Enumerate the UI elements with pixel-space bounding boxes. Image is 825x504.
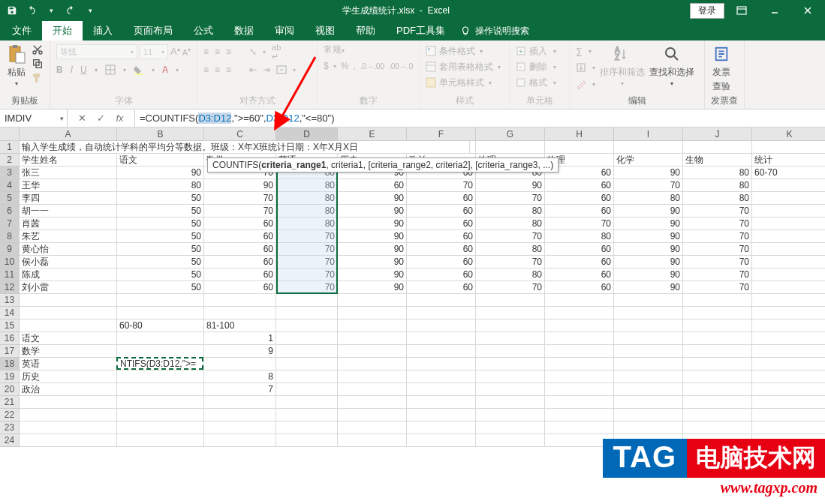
cell[interactable] xyxy=(276,320,338,332)
cell[interactable] xyxy=(614,345,683,358)
cell[interactable] xyxy=(545,358,614,370)
row-header-15[interactable]: 15 xyxy=(0,320,20,332)
cell[interactable] xyxy=(752,141,825,154)
cell[interactable]: 8 xyxy=(204,370,276,383)
cell[interactable] xyxy=(683,383,752,396)
cell[interactable] xyxy=(204,396,276,409)
cell[interactable] xyxy=(683,320,752,332)
cell[interactable]: 60 xyxy=(204,218,276,230)
tab-layout[interactable]: 页面布局 xyxy=(123,21,183,40)
cell[interactable]: 90 xyxy=(614,281,683,294)
cell[interactable] xyxy=(204,409,276,422)
row-header-14[interactable]: 14 xyxy=(0,307,20,320)
cell[interactable]: 70 xyxy=(276,230,338,243)
increase-decimal-icon[interactable]: .0→.00 xyxy=(360,62,384,70)
row-header-22[interactable]: 22 xyxy=(0,409,20,422)
cell[interactable] xyxy=(407,383,476,396)
cell[interactable] xyxy=(407,345,476,358)
cell[interactable] xyxy=(545,332,614,345)
cell[interactable]: 输入学生成绩，自动统计学科的平均分等数据。班级：X年X班统计日期：X年X月X日 xyxy=(20,141,470,154)
cell[interactable]: 50 xyxy=(117,243,204,256)
cell[interactable]: 90 xyxy=(338,205,407,218)
col-header-K[interactable]: K xyxy=(752,128,825,141)
cell[interactable]: 50 xyxy=(117,230,204,243)
cell[interactable] xyxy=(683,307,752,320)
cell[interactable] xyxy=(276,422,338,434)
cell[interactable] xyxy=(545,345,614,358)
cell[interactable]: 81-100 xyxy=(204,320,276,332)
cell[interactable]: 50 xyxy=(117,218,204,230)
merge-icon[interactable] xyxy=(276,65,287,74)
format-table-button[interactable]: 套用表格格式▾ xyxy=(426,59,501,74)
cell[interactable] xyxy=(476,370,545,383)
row-header-5[interactable]: 5 xyxy=(0,192,20,205)
cell[interactable]: 50 xyxy=(117,268,204,281)
cell[interactable]: 70 xyxy=(476,230,545,243)
cell[interactable]: 90 xyxy=(338,218,407,230)
cell[interactable] xyxy=(614,358,683,370)
cell[interactable] xyxy=(276,358,338,370)
cell[interactable]: 刘小雷 xyxy=(20,281,117,294)
row-header-17[interactable]: 17 xyxy=(0,345,20,358)
cell[interactable] xyxy=(276,294,338,307)
align-right-icon[interactable]: ≡ xyxy=(226,64,231,75)
cell[interactable] xyxy=(683,332,752,345)
cell[interactable]: 90 xyxy=(338,268,407,281)
invoice-button[interactable]: 发票 查验 xyxy=(711,44,732,93)
cell[interactable]: 60 xyxy=(545,205,614,218)
ribbon-display-icon[interactable] xyxy=(726,0,757,21)
cell[interactable] xyxy=(752,256,825,268)
close-icon[interactable] xyxy=(792,0,823,21)
cell[interactable]: 90 xyxy=(614,205,683,218)
cell[interactable]: 90 xyxy=(614,256,683,268)
fx-icon[interactable]: fx xyxy=(116,112,123,124)
cell[interactable]: 70 xyxy=(476,192,545,205)
cell[interactable]: 70 xyxy=(683,218,752,230)
cell[interactable] xyxy=(683,358,752,370)
cell[interactable] xyxy=(476,141,545,154)
cell[interactable]: 60 xyxy=(204,268,276,281)
minimize-icon[interactable] xyxy=(759,0,790,21)
cell[interactable] xyxy=(614,141,683,154)
fill-icon[interactable]: ▾ xyxy=(576,60,595,75)
cell[interactable] xyxy=(407,422,476,434)
cell[interactable]: 统计 xyxy=(752,154,825,166)
cell[interactable]: 80 xyxy=(476,243,545,256)
cell[interactable]: 90 xyxy=(338,192,407,205)
find-select-button[interactable]: 查找和选择▾ xyxy=(649,44,694,87)
col-header-E[interactable]: E xyxy=(338,128,407,141)
cell[interactable]: 生物 xyxy=(683,154,752,166)
cell[interactable]: 陈成 xyxy=(20,268,117,281)
row-header-20[interactable]: 20 xyxy=(0,383,20,396)
cell[interactable] xyxy=(407,396,476,409)
cell[interactable]: 80 xyxy=(545,230,614,243)
cell[interactable] xyxy=(338,345,407,358)
cell[interactable] xyxy=(476,383,545,396)
cell[interactable] xyxy=(338,294,407,307)
cell[interactable] xyxy=(204,307,276,320)
cell[interactable] xyxy=(276,345,338,358)
cell[interactable]: 90 xyxy=(204,179,276,192)
cell[interactable] xyxy=(117,345,204,358)
italic-icon[interactable]: I xyxy=(71,64,73,75)
cell[interactable] xyxy=(476,409,545,422)
cell[interactable]: 90 xyxy=(338,256,407,268)
col-header-A[interactable]: A xyxy=(20,128,117,141)
cell[interactable] xyxy=(20,434,117,447)
cell[interactable] xyxy=(338,307,407,320)
cell[interactable] xyxy=(476,320,545,332)
increase-font-icon[interactable]: A▴ xyxy=(170,46,180,57)
format-painter-icon[interactable] xyxy=(32,72,44,84)
number-format-combo[interactable]: 常规▾ xyxy=(324,44,382,56)
cell[interactable]: 语文 xyxy=(117,154,204,166)
cell[interactable] xyxy=(20,294,117,307)
cell[interactable] xyxy=(683,141,752,154)
cell[interactable] xyxy=(117,422,204,434)
cell[interactable]: 80 xyxy=(276,218,338,230)
cell[interactable] xyxy=(20,396,117,409)
cell[interactable]: 70 xyxy=(204,192,276,205)
cell[interactable]: 70 xyxy=(683,243,752,256)
cell[interactable] xyxy=(752,230,825,243)
cell[interactable]: 语文 xyxy=(20,332,117,345)
cell[interactable]: 70 xyxy=(683,268,752,281)
